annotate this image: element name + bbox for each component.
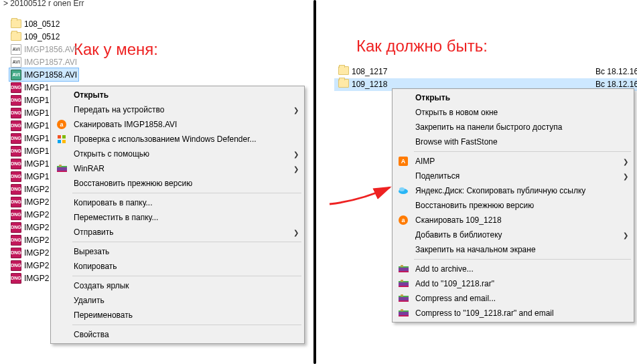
svg-rect-25: [401, 309, 403, 311]
blank-icon: [55, 329, 68, 340]
blank-icon: [397, 171, 410, 181]
file-row[interactable]: AVIIMGP1858.AVI: [9, 68, 78, 81]
menu-item[interactable]: Закрепить на панели быстрого доступа: [394, 120, 632, 134]
dng-icon: DNG: [11, 120, 21, 131]
dng-icon: DNG: [11, 209, 21, 220]
dng-icon: DNG: [11, 197, 21, 207]
file-name: IMGP2: [24, 197, 49, 207]
folder-icon: [11, 32, 21, 41]
menu-item-label: Передать на устройство: [74, 105, 293, 114]
file-row[interactable]: 108_1217Вс 18.12.16 14:56Папка с фаі: [334, 66, 637, 78]
menu-item[interactable]: Открыть с помощью❯: [52, 147, 303, 161]
svg-rect-7: [59, 165, 62, 167]
file-name: IMGP2: [24, 248, 49, 258]
file-row[interactable]: 109_0512: [9, 30, 78, 43]
menu-item[interactable]: Копировать: [52, 259, 303, 274]
file-row[interactable]: 108_0512: [9, 17, 78, 30]
file-date: Вс 18.12.16 14:56: [595, 67, 637, 76]
menu-item[interactable]: Add to "109_1218.rar": [394, 276, 632, 291]
menu-item[interactable]: aСканировать IMGP1858.AVI: [52, 117, 303, 132]
svg-rect-12: [399, 271, 409, 272]
menu-item[interactable]: Закрепить на начальном экране: [394, 242, 632, 257]
menu-item[interactable]: Проверка с использованием Windows Defend…: [52, 132, 303, 147]
menu-item-label: Закрепить на панели быстрого доступа: [415, 122, 628, 132]
context-menu-left[interactable]: ОткрытьПередать на устройство❯aСканирова…: [50, 86, 305, 344]
blank-icon: [397, 107, 410, 118]
menu-item[interactable]: Добавить в библиотеку❯: [394, 227, 632, 242]
svg-rect-2: [58, 140, 61, 143]
avi-icon: AVI: [11, 44, 21, 55]
dng-icon: DNG: [11, 108, 21, 118]
file-name: IMGP2: [24, 223, 49, 232]
menu-item[interactable]: Восстановить прежнюю версию: [394, 198, 632, 213]
menu-item-label: Browse with FastStone: [415, 137, 628, 147]
avi-icon: AVI: [11, 57, 21, 68]
folder-icon: [338, 66, 349, 75]
menu-item[interactable]: Переименовать: [52, 308, 303, 323]
svg-rect-16: [399, 286, 409, 287]
menu-item-label: Закрепить на начальном экране: [415, 245, 628, 254]
menu-item[interactable]: Копировать в папку...: [52, 195, 303, 210]
menu-item[interactable]: aСканировать 109_1218: [394, 213, 632, 227]
blank-icon: [55, 197, 68, 208]
dng-icon: DNG: [11, 95, 21, 106]
dng-icon: DNG: [11, 260, 21, 271]
menu-separator: [72, 242, 301, 242]
dng-icon: DNG: [11, 235, 21, 246]
menu-separator: [72, 193, 301, 193]
menu-item[interactable]: Переместить в папку...: [52, 210, 303, 225]
menu-item[interactable]: Открыть в новом окне: [394, 105, 632, 120]
menu-item[interactable]: Свойства: [52, 327, 303, 342]
menu-item-label: Яндекс.Диск: Скопировать публичную ссылк…: [415, 186, 628, 195]
winrar-icon: [55, 163, 68, 174]
menu-item[interactable]: Передать на устройство❯: [52, 102, 303, 117]
menu-item[interactable]: AAIMP❯: [394, 154, 632, 169]
blank-icon: [397, 136, 410, 147]
file-name: IMGP1: [24, 83, 49, 92]
blank-icon: [55, 178, 68, 189]
menu-item[interactable]: Отправить❯: [52, 225, 303, 240]
svg-rect-13: [401, 265, 403, 267]
aimp-icon: A: [397, 156, 410, 167]
right-panel: Как должно быть: 108_1217Вс 18.12.16 14:…: [320, 0, 637, 364]
panel-divider: [313, 0, 316, 364]
menu-item[interactable]: WinRAR❯: [52, 161, 303, 176]
menu-separator: [72, 325, 301, 325]
menu-item[interactable]: Add to archive...: [394, 262, 632, 276]
menu-item[interactable]: Поделиться❯: [394, 169, 632, 183]
menu-item[interactable]: Восстановить прежнюю версию: [52, 176, 303, 191]
menu-item[interactable]: Открыть: [52, 88, 303, 102]
dng-icon: DNG: [11, 273, 21, 284]
svg-rect-11: [399, 266, 409, 268]
menu-item-label: Создать ярлык: [74, 281, 299, 290]
caption-right: Как должно быть:: [356, 37, 488, 56]
dng-icon: DNG: [11, 82, 21, 93]
breadcrumb: > 20100512 r onen Err: [3, 0, 84, 8]
menu-item-label: Сканировать 109_1218: [415, 215, 628, 225]
menu-item-label: Добавить в библиотеку: [415, 230, 623, 240]
menu-item[interactable]: Удалить: [52, 293, 303, 308]
blank-icon: [55, 261, 68, 272]
dng-icon: DNG: [11, 171, 21, 182]
menu-item[interactable]: Яндекс.Диск: Скопировать публичную ссылк…: [394, 183, 632, 198]
file-row[interactable]: AVIIMGP1857.AVI: [9, 56, 78, 68]
menu-item-label: Сканировать IMGP1858.AVI: [74, 120, 299, 129]
file-name: IMGP2: [24, 274, 49, 283]
context-menu-right[interactable]: ОткрытьОткрыть в новом окнеЗакрепить на …: [392, 88, 634, 323]
menu-item[interactable]: Compress and email...: [394, 291, 632, 306]
menu-item[interactable]: Вырезать: [52, 244, 303, 259]
menu-item[interactable]: Compress to "109_1218.rar" and email: [394, 306, 632, 321]
menu-item[interactable]: Browse with FastStone: [394, 134, 632, 149]
menu-item-label: Восстановить прежнюю версию: [415, 201, 628, 210]
menu-item[interactable]: Открыть: [394, 90, 632, 105]
svg-rect-0: [58, 135, 61, 139]
file-row[interactable]: AVIIMGP1856.AVI: [9, 43, 78, 56]
submenu-arrow-icon: ❯: [293, 229, 299, 236]
blank-icon: [397, 244, 410, 255]
menu-item[interactable]: Создать ярлык: [52, 278, 303, 293]
menu-item-label: Поделиться: [415, 171, 623, 181]
menu-item-label: Compress to "109_1218.rar" and email: [415, 308, 628, 318]
submenu-arrow-icon: ❯: [623, 232, 628, 239]
dng-icon: DNG: [11, 146, 21, 157]
winrar-icon: [397, 278, 410, 289]
